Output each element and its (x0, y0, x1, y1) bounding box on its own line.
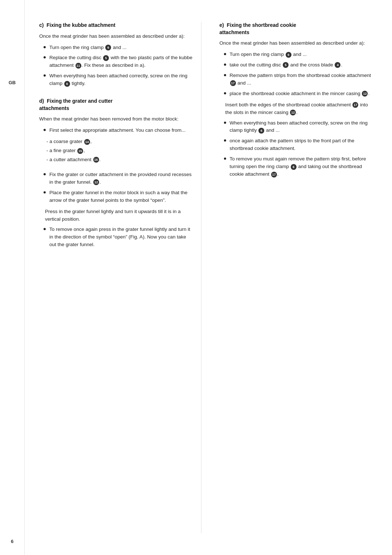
bullet-text: Fix the grater or cutter attachment in t… (49, 171, 194, 186)
circle-num-6b: 6 (64, 81, 70, 87)
bullet-text: once again attach the pattern strips to … (230, 137, 374, 152)
bullet-text: Place the grater funnel in the motor blo… (49, 189, 194, 204)
gb-label: GB (9, 80, 16, 85)
sub-list: - a coarse grater 14, - a fine grater 15… (46, 138, 194, 164)
bullet-dot (44, 191, 46, 193)
section-d-intro: When the meat grinder has been removed f… (39, 115, 194, 123)
circle-num-12: 12 (93, 179, 99, 185)
indent-block: Press in the grater funnel lightly and t… (45, 208, 194, 223)
bullet-item: Turn open the ring clamp 6 and ... (224, 51, 374, 58)
bullet-text: Remove the pattern strips from the short… (230, 72, 374, 87)
bullet-dot (224, 92, 226, 94)
circle-num-6e: 6 (291, 164, 297, 170)
section-c-heading: c) Fixing the kubbe attachment (39, 22, 194, 29)
section-e-bullets2: When everything has been attached correc… (224, 119, 374, 178)
circle-num-16: 16 (93, 157, 99, 163)
circle-num-12c: 12 (290, 110, 296, 115)
bullet-text: place the shortbread cookie attachment i… (230, 90, 374, 98)
circle-num-11: 11 (75, 63, 81, 69)
bullet-dot (224, 139, 226, 142)
bullet-item: Turn open the ring clamp 6 and ... (44, 44, 194, 52)
bullet-text: When everything has been attached correc… (49, 72, 194, 87)
bullet-item: once again attach the pattern strips to … (224, 137, 374, 152)
circle-num-15: 15 (77, 148, 83, 154)
bullet-dot (224, 122, 226, 124)
bullet-dot (224, 53, 226, 55)
bullet-item: To remove you must again remove the patt… (224, 155, 374, 178)
indent-block-e: Insert both the edges of the shortbread … (225, 101, 374, 117)
circle-num-4: 4 (335, 62, 340, 68)
section-d-bullets: First select the appropriate attachment.… (44, 127, 194, 134)
bullet-item: To remove once again press in the grater… (44, 226, 194, 249)
section-c-intro: Once the meat grinder has been assembled… (39, 33, 194, 40)
section-e-intro: Once the meat grinder has been assembled… (220, 40, 374, 47)
bullet-text: take out the cutting disc 5 and the cros… (230, 61, 374, 69)
circle-num-6: 6 (105, 45, 111, 50)
left-sidebar: GB 6 (0, 0, 25, 555)
bullet-dot (44, 228, 46, 230)
bullet-dot (44, 46, 46, 48)
circle-num-6c: 6 (286, 52, 291, 58)
sub-item: - a fine grater 15, (46, 147, 194, 155)
bullet-dot (224, 74, 226, 76)
bullet-item: First select the appropriate attachment.… (44, 127, 194, 134)
section-e-heading: e) Fixing the shortbread cookieattachmen… (220, 22, 374, 36)
page-number: 6 (11, 539, 13, 544)
section-e: e) Fixing the shortbread cookieattachmen… (220, 22, 374, 178)
bullet-text: When everything has been attached correc… (230, 119, 374, 135)
sub-item: - a cutter attachment 16. (46, 156, 194, 164)
right-column: e) Fixing the shortbread cookieattachmen… (216, 22, 374, 533)
circle-num-17: 17 (230, 80, 236, 86)
circle-num-17c: 17 (271, 172, 277, 177)
bullet-item: Fix the grater or cutter attachment in t… (44, 171, 194, 186)
main-content: c) Fixing the kubbe attachment Once the … (25, 0, 392, 555)
circle-num-14: 14 (84, 139, 90, 145)
circle-num-17b: 17 (352, 102, 358, 108)
circle-num-5b: 5 (283, 62, 289, 68)
bullet-dot (44, 56, 46, 58)
circle-num-12b: 12 (362, 91, 368, 97)
section-d-heading: d) Fixing the grater and cutterattachmen… (39, 98, 194, 112)
page: GB 6 c) Fixing the kubbe attachment Once… (0, 0, 392, 555)
section-d: d) Fixing the grater and cutterattachmen… (39, 98, 194, 223)
section-c-bullets: Turn open the ring clamp 6 and ... Repla… (44, 44, 194, 88)
section-d-bullets2: Fix the grater or cutter attachment in t… (44, 171, 194, 204)
bullet-item: Place the grater funnel in the motor blo… (44, 189, 194, 204)
bullet-text: To remove you must again remove the patt… (230, 155, 374, 178)
bullet-dot (44, 129, 46, 131)
bullet-dot (44, 173, 46, 175)
bullet-text: Turn open the ring clamp 6 and ... (230, 51, 374, 58)
bullet-text: First select the appropriate attachment.… (49, 127, 194, 134)
left-column: c) Fixing the kubbe attachment Once the … (39, 22, 201, 533)
bullet-item: Replace the cutting disc 5 with the two … (44, 54, 194, 69)
bullet-item: When everything has been attached correc… (224, 119, 374, 135)
sub-item: - a coarse grater 14, (46, 138, 194, 146)
section-c: c) Fixing the kubbe attachment Once the … (39, 22, 194, 87)
bullet-dot (224, 64, 226, 66)
bullet-item: When everything has been attached correc… (44, 72, 194, 87)
bullet-text: Replace the cutting disc 5 with the two … (49, 54, 194, 69)
bullet-text: Turn open the ring clamp 6 and ... (49, 44, 194, 52)
circle-num-6d: 6 (258, 128, 264, 134)
bullet-dot (44, 74, 46, 77)
bullet-item: Remove the pattern strips from the short… (224, 72, 374, 87)
bullet-dot (224, 158, 226, 160)
section-d-remove: To remove once again press in the grater… (44, 226, 194, 249)
section-e-bullets: Turn open the ring clamp 6 and ... take … (224, 51, 374, 98)
circle-num-5: 5 (103, 55, 109, 61)
bullet-text: To remove once again press in the grater… (49, 226, 194, 249)
bullet-item: take out the cutting disc 5 and the cros… (224, 61, 374, 69)
bullet-item: place the shortbread cookie attachment i… (224, 90, 374, 98)
